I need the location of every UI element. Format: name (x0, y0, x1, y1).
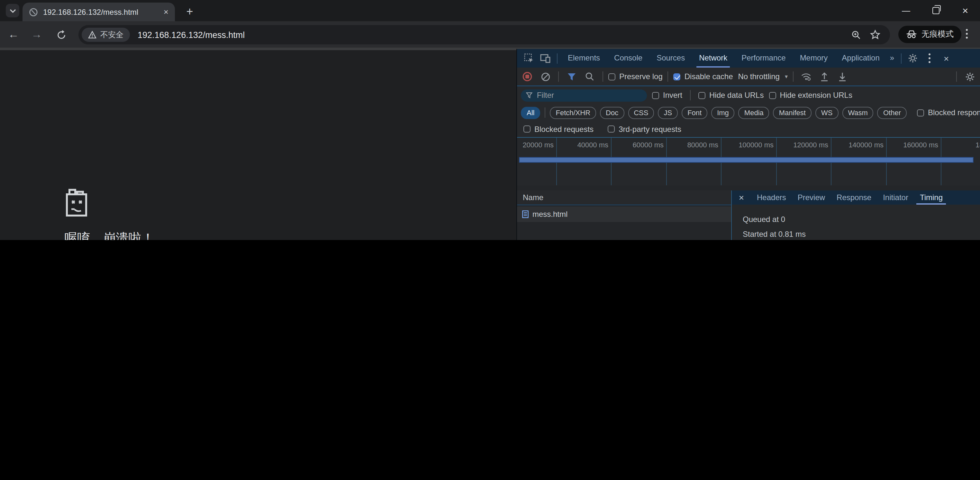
blocked-response-cookies-checkbox-item[interactable]: Blocked response cookies (917, 108, 980, 117)
chip-img[interactable]: Img (711, 107, 735, 119)
hide-data-urls-checkbox-item[interactable]: Hide data URLs (698, 91, 764, 100)
incognito-badge[interactable]: 无痕模式 (898, 26, 961, 43)
chip-doc[interactable]: Doc (600, 107, 624, 119)
chip-font[interactable]: Font (682, 107, 707, 119)
sad-page-icon (64, 188, 94, 217)
restore-button[interactable] (921, 0, 950, 21)
invert-checkbox[interactable] (652, 92, 659, 99)
filter-input[interactable] (536, 90, 642, 100)
minimize-button[interactable]: — (891, 0, 921, 21)
forward-button[interactable]: → (28, 26, 45, 43)
screen: 192.168.126.132/mess.html × + — × ← → 不安… (0, 0, 980, 240)
import-har-icon[interactable] (817, 70, 832, 84)
window-controls: — × (891, 0, 980, 21)
preserve-log-checkbox[interactable] (608, 73, 616, 80)
tab-performance[interactable]: Performance (735, 49, 792, 67)
hide-data-urls-checkbox[interactable] (698, 92, 705, 99)
blocked-response-cookies-checkbox[interactable] (917, 109, 924, 116)
device-toolbar-icon[interactable] (538, 51, 553, 65)
third-party-requests-checkbox[interactable] (608, 126, 615, 132)
search-icon[interactable] (582, 70, 597, 84)
preserve-log-checkbox-item[interactable]: Preserve log (608, 72, 663, 81)
network-conditions-icon[interactable] (799, 70, 814, 84)
chip-fetch-xhr[interactable]: Fetch/XHR (550, 107, 596, 119)
network-settings-gear-icon[interactable] (962, 70, 977, 84)
request-filters-row: Blocked requests 3rd-party requests (517, 121, 980, 137)
disable-cache-checkbox-item[interactable]: Disable cache (674, 72, 733, 81)
chip-manifest[interactable]: Manifest (773, 107, 811, 119)
chip-all[interactable]: All (521, 107, 540, 119)
security-chip[interactable]: 不安全 (82, 28, 130, 42)
column-header-name[interactable]: Name (517, 190, 731, 205)
tab-strip: 192.168.126.132/mess.html × + — × (0, 0, 980, 21)
crash-title: 喔唷，崩溃啦！ (64, 230, 154, 240)
devtools-tabbar: Elements Console Sources Network Perform… (517, 49, 980, 67)
incognito-icon (906, 30, 917, 38)
third-party-requests-checkbox-item[interactable]: 3rd-party requests (608, 124, 681, 134)
inspect-element-icon[interactable] (521, 51, 536, 65)
hide-extension-urls-checkbox[interactable] (769, 92, 776, 99)
requests-table: Name mess.html (517, 190, 731, 240)
chip-ws[interactable]: WS (815, 107, 838, 119)
timeline-tick: 60000 ms (612, 141, 663, 148)
chevron-down-icon[interactable] (6, 4, 19, 18)
tab-console[interactable]: Console (608, 49, 649, 67)
tab-response[interactable]: Response (831, 190, 877, 205)
tab-sources[interactable]: Sources (650, 49, 691, 67)
browser-menu-button[interactable] (966, 29, 968, 38)
incognito-label: 无痕模式 (921, 29, 954, 40)
request-details-pane: × Headers Preview Response Initiator Tim… (731, 190, 980, 240)
reload-button[interactable] (53, 26, 70, 43)
request-name: mess.html (533, 210, 568, 219)
tab-close-icon[interactable]: × (164, 8, 169, 16)
close-window-button[interactable]: × (950, 0, 980, 21)
filter-funnel-icon[interactable] (564, 70, 579, 84)
timing-queued: Queued at 0 (743, 215, 785, 224)
export-har-icon[interactable] (835, 70, 850, 84)
network-toolbar: Preserve log Disable cache No throttling… (517, 67, 980, 86)
timing-started: Started at 0.81 ms (743, 230, 806, 239)
invert-checkbox-item[interactable]: Invert (652, 91, 682, 100)
tab-application[interactable]: Application (835, 49, 886, 67)
chip-js[interactable]: JS (658, 107, 678, 119)
tab-timing[interactable]: Timing (914, 190, 948, 205)
more-tabs-button[interactable]: » (888, 49, 897, 67)
chip-css[interactable]: CSS (628, 107, 654, 119)
blocked-requests-checkbox-item[interactable]: Blocked requests (523, 124, 593, 134)
tab-network[interactable]: Network (692, 49, 734, 67)
zoom-icon[interactable] (846, 30, 865, 40)
devtools-menu-icon[interactable] (922, 51, 937, 65)
settings-gear-icon[interactable] (905, 51, 921, 65)
devtools-close-icon[interactable]: × (939, 51, 954, 65)
request-row-mess-html[interactable]: mess.html (517, 207, 731, 222)
bookmark-star-icon[interactable] (865, 30, 885, 40)
blocked-requests-checkbox[interactable] (523, 126, 530, 132)
address-bar[interactable]: 不安全 192.168.126.132/mess.html (78, 25, 890, 45)
chip-media[interactable]: Media (738, 107, 769, 119)
request-type-chips: All Fetch/XHR Doc CSS JS Font Img Media … (517, 104, 980, 121)
chip-other[interactable]: Other (877, 107, 907, 119)
timeline-tick: 120000 ms (777, 141, 828, 148)
warning-icon (88, 31, 97, 38)
tab-headers[interactable]: Headers (751, 190, 792, 205)
close-details-icon[interactable]: × (732, 192, 751, 203)
browser-tab[interactable]: 192.168.126.132/mess.html × (22, 3, 175, 21)
throttling-select[interactable]: No throttling ▾ (738, 72, 788, 81)
new-tab-button[interactable]: + (183, 5, 197, 19)
tab-initiator[interactable]: Initiator (877, 190, 914, 205)
crash-page: 喔唷，崩溃啦！ 显示此网页时出了点问题。 错误代码： Out of Memory… (0, 50, 516, 240)
timeline-tick-clipped: 180000 ms (975, 141, 980, 148)
hide-extension-urls-checkbox-item[interactable]: Hide extension URLs (769, 91, 852, 100)
back-button[interactable]: ← (5, 26, 22, 43)
chip-wasm[interactable]: Wasm (842, 107, 873, 119)
filter-input-pill[interactable] (521, 89, 647, 101)
disable-cache-checkbox[interactable] (674, 73, 681, 80)
tab-preview[interactable]: Preview (792, 190, 831, 205)
network-overview-timeline[interactable]: 20000 ms 40000 ms 60000 ms 80000 ms 1000… (517, 137, 980, 187)
tab-memory[interactable]: Memory (794, 49, 834, 67)
browser-toolbar: ← → 不安全 192.168.126.132/mess.html 无痕模式 (0, 21, 980, 50)
clear-network-log-icon[interactable] (538, 70, 553, 84)
tab-elements[interactable]: Elements (562, 49, 606, 67)
record-network-log-icon[interactable] (520, 70, 535, 84)
tab-title: 192.168.126.132/mess.html (43, 7, 159, 16)
